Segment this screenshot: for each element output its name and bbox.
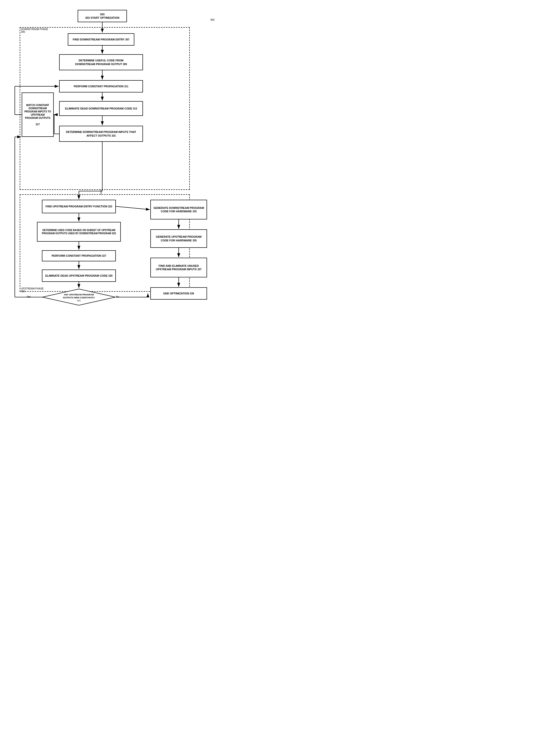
node-339: END OPTIMIZATION 339 [150, 287, 207, 300]
node-311: PERFORM CONSTANT PROPAGATION 311 [59, 80, 143, 93]
yes-label: Yes [27, 296, 31, 298]
start-node: 303303 START OPTIMIZATION [78, 10, 127, 22]
node-333: GENERATE DOWNSTREAM PROGRAM CODE FOR HAR… [150, 200, 207, 220]
diamond-331-svg: ANY UPSTREAM PROGRAM OUTPUTS NEW CONSTAN… [42, 289, 116, 306]
node-315: DETERMINE DOWNSTREAM PROGRAM INPUTS THAT… [59, 126, 143, 142]
no-label: No [116, 296, 119, 298]
upstream-phase-label: UPSTREAM PHASE320 [21, 287, 44, 293]
node-309: DETERMINE USEFUL CODE FROMDOWNSTREAM PRO… [59, 54, 143, 70]
start-label: 303 START OPTIMIZATION [85, 16, 119, 19]
node-329: ELIMINATE DEAD UPSTREAM PROGRAM CODE 329 [42, 270, 116, 282]
node-335: GENERATE UPSTREAM PROGRAM CODE FOR HARDW… [150, 229, 207, 248]
node-331-container: ANY UPSTREAM PROGRAM OUTPUTS NEW CONSTAN… [42, 289, 116, 306]
ref-300: 300 [210, 19, 215, 21]
node-307: FIND DOWNSTREAM PROGRAM ENTRY 307 [68, 33, 134, 46]
node-327: PERFORM CONSTANT PROPAGATION 327 [42, 250, 116, 261]
downstream-phase-label: DOWNSTREAM PHASE305 [21, 28, 48, 33]
flowchart-diagram: 300 303303 START OPTIMIZATION DOWNSTREAM… [5, 5, 217, 306]
node-325: DETERMINE USED CODE BASED ON SUBSET OF U… [37, 222, 121, 242]
svg-text:ANY UPSTREAM PROGRAM: ANY UPSTREAM PROGRAM [64, 294, 94, 296]
svg-text:OUTPUTS NEW CONSTANTS?: OUTPUTS NEW CONSTANTS? [63, 297, 95, 299]
node-313: ELIMINATE DEAD DOWNSTREAM PROGRAM CODE 3… [59, 101, 143, 116]
node-323: FIND UPSTREAM PROGRAM ENTRY FUNCTION 323 [42, 200, 116, 213]
node-337: FIND AND ELIMINATE UNUSED UPSTREAM PROGR… [150, 258, 207, 278]
svg-text:331: 331 [77, 299, 81, 302]
node-317: MATCH CONSTANT DOWNSTREAM PROGRAM INPUTS… [22, 93, 54, 137]
